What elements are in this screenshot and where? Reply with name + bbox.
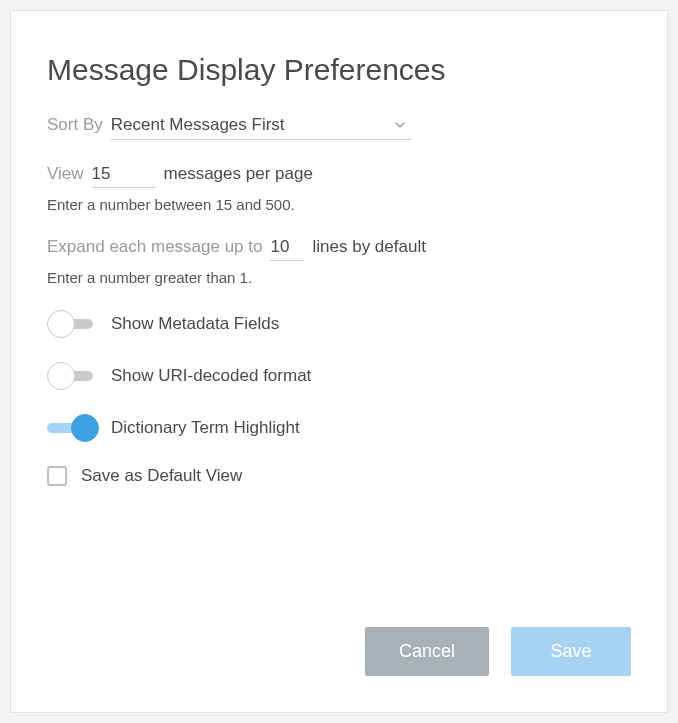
page-title: Message Display Preferences (47, 53, 631, 87)
sort-by-select[interactable]: Recent Messages First (111, 115, 411, 140)
chevron-down-icon (395, 122, 405, 128)
save-default-label: Save as Default View (81, 466, 242, 486)
toggle-dictionary-row: Dictionary Term Highlight (47, 414, 631, 442)
view-suffix: messages per page (164, 164, 313, 184)
button-row: Cancel Save (365, 627, 631, 676)
sort-by-label: Sort By (47, 115, 103, 135)
cancel-button[interactable]: Cancel (365, 627, 489, 676)
expand-row: Expand each message up to lines by defau… (47, 237, 631, 261)
save-default-checkbox[interactable] (47, 466, 67, 486)
toggle-thumb (47, 362, 75, 390)
toggle-dictionary-label: Dictionary Term Highlight (111, 418, 300, 438)
toggle-uri-row: Show URI-decoded format (47, 362, 631, 390)
toggle-metadata-row: Show Metadata Fields (47, 310, 631, 338)
toggle-metadata-label: Show Metadata Fields (111, 314, 279, 334)
expand-lines-input[interactable] (270, 237, 304, 261)
view-label: View (47, 164, 84, 184)
expand-suffix: lines by default (312, 237, 425, 257)
expand-prefix: Expand each message up to (47, 237, 262, 257)
expand-hint: Enter a number greater than 1. (47, 269, 631, 286)
toggle-dictionary[interactable] (47, 414, 93, 442)
sort-by-row: Sort By Recent Messages First (47, 115, 631, 140)
messages-per-page-input[interactable] (92, 164, 156, 188)
view-row: View messages per page (47, 164, 631, 188)
toggle-uri-label: Show URI-decoded format (111, 366, 311, 386)
view-hint: Enter a number between 15 and 500. (47, 196, 631, 213)
toggle-thumb (47, 310, 75, 338)
preferences-panel: Message Display Preferences Sort By Rece… (10, 10, 668, 713)
save-default-row: Save as Default View (47, 466, 631, 486)
save-button[interactable]: Save (511, 627, 631, 676)
toggle-uri[interactable] (47, 362, 93, 390)
toggle-metadata[interactable] (47, 310, 93, 338)
sort-by-value: Recent Messages First (111, 115, 285, 135)
toggle-thumb (71, 414, 99, 442)
